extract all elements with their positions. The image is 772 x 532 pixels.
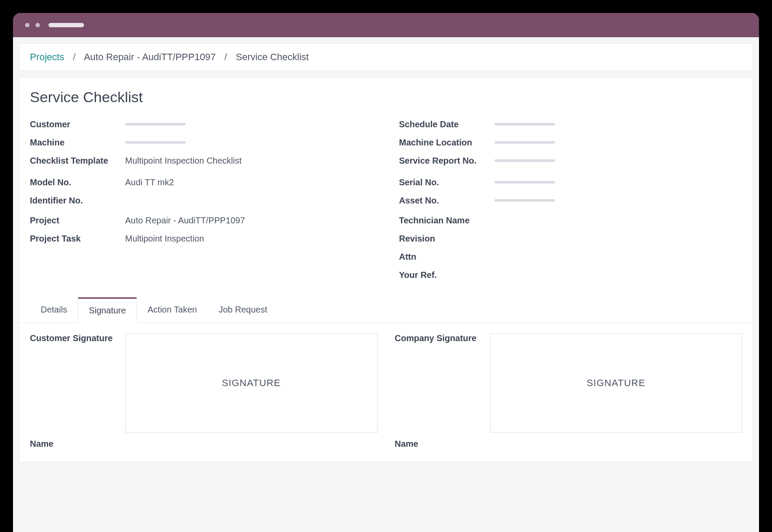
- customer-signature-label: Customer Signature: [30, 333, 125, 433]
- breadcrumb-separator: /: [73, 52, 76, 62]
- checklist-template-value: Multipoint Inspection Checklist: [125, 156, 242, 166]
- field-attn: Attn: [399, 248, 743, 266]
- company-signature-box[interactable]: SIGNATURE: [490, 333, 743, 433]
- field-identifier-no: Identifier No.: [30, 191, 373, 210]
- content-area: Projects / Auto Repair - AudiTT/PPP1097 …: [13, 37, 759, 532]
- service-report-no-value-placeholder: [494, 159, 555, 162]
- breadcrumb-root-link[interactable]: Projects: [30, 52, 64, 62]
- tab-action-taken[interactable]: Action Taken: [137, 297, 208, 323]
- field-your-ref: Your Ref.: [399, 266, 743, 284]
- model-no-value: Audi TT mk2: [125, 177, 174, 187]
- machine-location-value-placeholder: [494, 141, 555, 144]
- field-serial-no: Serial No.: [399, 173, 743, 191]
- field-schedule-date: Schedule Date: [399, 115, 743, 133]
- signature-section: Customer Signature SIGNATURE Company Sig…: [19, 323, 753, 433]
- schedule-date-value-placeholder: [494, 123, 555, 126]
- tab-job-request[interactable]: Job Request: [208, 297, 278, 323]
- revision-label: Revision: [399, 234, 494, 244]
- machine-label: Machine: [30, 138, 125, 148]
- field-technician-name: Technician Name: [399, 211, 743, 229]
- field-model-no: Model No. Audi TT mk2: [30, 173, 373, 191]
- schedule-date-label: Schedule Date: [399, 119, 494, 129]
- main-card: Service Checklist Customer Machine Check…: [19, 77, 753, 462]
- window-title-bar-placeholder: [48, 23, 84, 27]
- field-machine: Machine: [30, 133, 373, 152]
- project-task-label: Project Task: [30, 234, 125, 244]
- field-service-report-no: Service Report No.: [399, 152, 743, 170]
- technician-name-label: Technician Name: [399, 216, 494, 226]
- field-revision: Revision: [399, 229, 743, 248]
- field-project: Project Auto Repair - AudiTT/PPP1097: [30, 211, 373, 229]
- form-grid: Customer Machine Checklist Template Mult…: [19, 115, 753, 284]
- project-value: Auto Repair - AudiTT/PPP1097: [125, 216, 245, 226]
- checklist-template-label: Checklist Template: [30, 156, 125, 166]
- service-report-no-label: Service Report No.: [399, 156, 494, 166]
- app-window: Projects / Auto Repair - AudiTT/PPP1097 …: [13, 13, 759, 532]
- form-right-column: Schedule Date Machine Location Service R…: [399, 115, 743, 284]
- your-ref-label: Your Ref.: [399, 270, 494, 280]
- page-title: Service Checklist: [19, 89, 753, 115]
- breadcrumb-current: Service Checklist: [236, 52, 309, 62]
- project-task-value: Multipoint Inspection: [125, 234, 204, 244]
- serial-no-value-placeholder: [494, 181, 555, 184]
- breadcrumb: Projects / Auto Repair - AudiTT/PPP1097 …: [19, 43, 753, 71]
- customer-value-placeholder: [125, 123, 186, 126]
- field-machine-location: Machine Location: [399, 133, 743, 152]
- asset-no-value-placeholder: [494, 199, 555, 202]
- breadcrumb-separator: /: [224, 52, 227, 62]
- field-project-task: Project Task Multipoint Inspection: [30, 229, 373, 248]
- customer-name-label: Name: [30, 439, 125, 449]
- machine-location-label: Machine Location: [399, 138, 494, 148]
- form-left-column: Customer Machine Checklist Template Mult…: [30, 115, 373, 284]
- company-signature-label: Company Signature: [395, 333, 490, 433]
- customer-signature-box[interactable]: SIGNATURE: [125, 333, 378, 433]
- field-asset-no: Asset No.: [399, 191, 743, 210]
- company-signature-col: Company Signature SIGNATURE: [395, 333, 743, 433]
- company-name-label: Name: [395, 439, 490, 449]
- serial-no-label: Serial No.: [399, 177, 494, 187]
- window-control-dot[interactable]: [25, 23, 29, 27]
- field-checklist-template: Checklist Template Multipoint Inspection…: [30, 152, 373, 170]
- machine-value-placeholder: [125, 141, 186, 144]
- model-no-label: Model No.: [30, 177, 125, 187]
- window-titlebar: [13, 13, 759, 37]
- tab-bar: Details Signature Action Taken Job Reque…: [19, 297, 753, 323]
- tab-details[interactable]: Details: [30, 297, 78, 323]
- breadcrumb-project[interactable]: Auto Repair - AudiTT/PPP1097: [84, 52, 216, 62]
- asset-no-label: Asset No.: [399, 196, 494, 206]
- window-control-dot[interactable]: [36, 23, 40, 27]
- identifier-no-label: Identifier No.: [30, 196, 125, 206]
- tab-signature[interactable]: Signature: [78, 297, 137, 323]
- signature-name-row: Name Name: [19, 433, 753, 449]
- customer-signature-col: Customer Signature SIGNATURE: [30, 333, 378, 433]
- attn-label: Attn: [399, 252, 494, 262]
- project-label: Project: [30, 216, 125, 226]
- field-customer: Customer: [30, 115, 373, 133]
- customer-label: Customer: [30, 119, 125, 129]
